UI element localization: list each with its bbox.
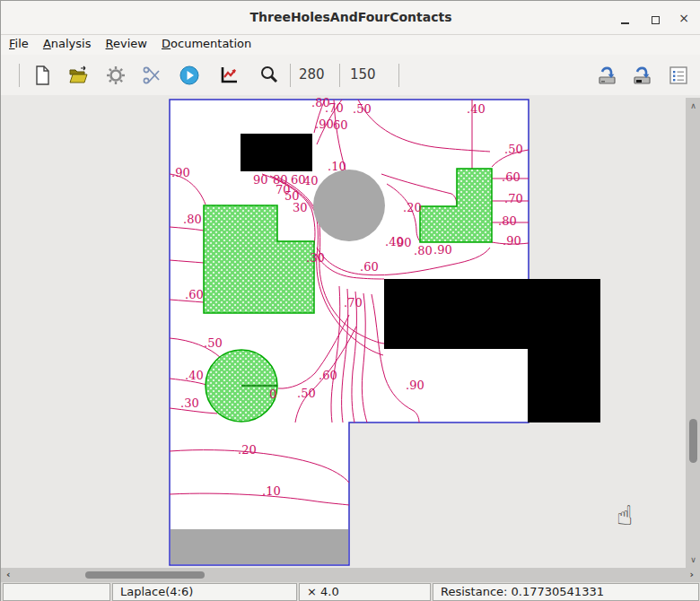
status-zoom-panel: × 4.0 [299, 583, 431, 601]
zoom-button[interactable] [257, 63, 282, 88]
toolbar-separator [290, 64, 291, 87]
magnifier-icon [258, 65, 280, 86]
contour-label: .80 [498, 214, 517, 228]
contour-label: 40 [303, 174, 319, 187]
play-icon [179, 65, 200, 86]
contour-label: .30 [306, 251, 325, 265]
contour-label: .80 [414, 244, 433, 257]
contour-label: .70 [504, 192, 523, 205]
chart-icon [218, 65, 240, 86]
app-window: ThreeHolesAndFourContacts × File Analysi… [0, 0, 700, 601]
contour-label: 90 [253, 173, 268, 187]
bottom-gray-contact [171, 529, 348, 564]
minimize-icon [621, 22, 629, 24]
new-document-button[interactable] [30, 63, 55, 88]
contour-label: .90 [171, 166, 190, 179]
contour-label: .70 [344, 296, 363, 309]
menu-documentation[interactable]: Documentation [161, 35, 252, 52]
contour-label: .60 [360, 260, 379, 274]
toolbar-separator [339, 64, 340, 87]
maximize-icon [652, 16, 660, 24]
contour-label: .50 [353, 102, 372, 116]
contour-label: .60 [502, 170, 521, 184]
menu-file[interactable]: File [8, 35, 30, 52]
vertical-scrollbar[interactable]: ∧ ∨ [686, 98, 700, 568]
cut-button[interactable] [139, 63, 164, 88]
contour-label: .20 [403, 201, 422, 214]
menu-analysis[interactable]: Analysis [42, 35, 92, 52]
settings-button[interactable] [103, 63, 128, 88]
contour-label: .50 [297, 387, 316, 400]
export-drive-icon [596, 65, 617, 86]
results-chart-button[interactable] [216, 63, 241, 88]
open-folder-icon [67, 65, 89, 86]
status-solver-panel: Laplace(4:6) [112, 583, 297, 601]
contour-label: .20 [238, 443, 257, 457]
contour-label: .80 [183, 213, 202, 226]
contour-label: .50 [504, 143, 523, 156]
grid-height-field[interactable]: 150 [350, 66, 376, 83]
contour-label: .40 [467, 102, 486, 116]
toolbar-separator [398, 64, 399, 87]
contour-label: 60 [333, 118, 348, 132]
export-button-2[interactable] [629, 63, 654, 88]
hand-cursor-icon: ☝ [617, 500, 633, 531]
properties-button[interactable] [666, 63, 691, 88]
content-area: .90.80.60.50.40.30.20.1090806040705030.1… [1, 95, 700, 568]
gray-hole-circle [313, 170, 385, 241]
export-disk-icon [631, 65, 652, 86]
status-empty-panel [3, 583, 110, 601]
run-button[interactable] [177, 63, 202, 88]
export-button-1[interactable] [594, 63, 619, 88]
grid-width-field[interactable]: 280 [299, 66, 325, 83]
gear-icon [105, 65, 127, 86]
contour-label: 90 [397, 236, 412, 249]
contour-label: 0 [269, 388, 276, 401]
scroll-up-arrow-icon[interactable]: ∧ [686, 100, 700, 112]
status-bar: Laplace(4:6) × 4.0 Resistance: 0.1773054… [1, 582, 700, 601]
scroll-down-arrow-icon[interactable]: ∨ [686, 553, 700, 566]
contour-label: .10 [262, 484, 281, 498]
top-black-contact [241, 134, 312, 171]
contour-label: .90 [433, 243, 452, 257]
open-file-button[interactable] [66, 63, 91, 88]
status-resistance-panel: Resistance: 0.17730541331 [433, 583, 699, 601]
horizontal-scroll-thumb[interactable] [85, 571, 205, 579]
contour-label: .30 [180, 396, 199, 410]
menu-review[interactable]: Review [105, 35, 148, 52]
contour-label: .90 [406, 379, 424, 392]
scroll-left-arrow-icon[interactable]: ‹ [6, 568, 11, 582]
contour-label: .90 [503, 234, 521, 248]
scissors-icon [141, 65, 162, 86]
contour-label: .60 [319, 369, 337, 382]
form-list-icon [668, 65, 689, 86]
minimize-button[interactable] [615, 11, 634, 27]
contour-label: .60 [185, 288, 204, 301]
horizontal-scrollbar[interactable]: ‹ › [1, 568, 700, 582]
title-bar: ThreeHolesAndFourContacts × [1, 1, 700, 35]
menu-bar: File Analysis Review Documentation [1, 35, 700, 55]
contour-label: .10 [328, 160, 346, 173]
contour-label: .50 [204, 336, 223, 350]
contour-label: 30 [293, 201, 308, 214]
scroll-right-arrow-icon[interactable]: › [689, 568, 694, 582]
contour-label: .40 [185, 369, 204, 382]
close-button[interactable]: × [674, 11, 694, 27]
toolbar: 280 150 [1, 55, 700, 95]
contour-label: .70 [325, 101, 344, 115]
contour-label: .90 [315, 118, 334, 131]
toolbar-separator [19, 64, 20, 87]
vertical-scroll-thumb[interactable] [689, 419, 697, 463]
window-title: ThreeHolesAndFourContacts [1, 10, 700, 24]
laplace-canvas[interactable]: .90.80.60.50.40.30.20.1090806040705030.1… [1, 95, 700, 568]
maximize-button[interactable] [645, 11, 665, 27]
new-document-icon [31, 65, 53, 86]
